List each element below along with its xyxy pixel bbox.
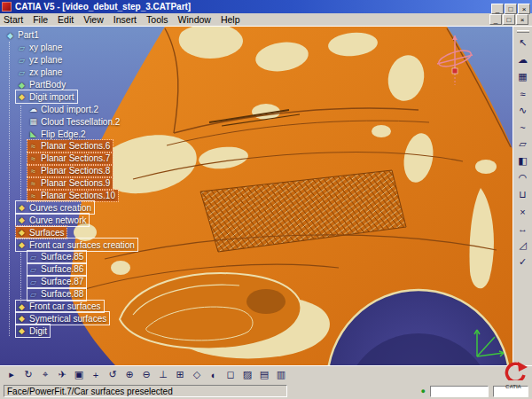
tree-item-planar-sections-6[interactable]: ≈Planar Sections.6 xyxy=(27,140,113,153)
tree-item-xy-plane[interactable]: ▱xy plane xyxy=(16,42,65,54)
fly-mode-icon[interactable]: ✈ xyxy=(54,367,70,382)
tree-item-surfaces[interactable]: ◆Surfaces xyxy=(16,226,66,239)
fit-all-icon[interactable]: ▣ xyxy=(71,367,87,382)
planar-sections-icon: ≈ xyxy=(28,142,38,151)
doc-close-button[interactable]: × xyxy=(516,14,528,25)
swap-space-icon[interactable]: ▤ xyxy=(256,367,272,382)
minimize-button[interactable]: _ xyxy=(491,4,504,14)
tree-item-zx-plane[interactable]: ▱zx plane xyxy=(16,66,65,79)
menu-item-help[interactable]: Help xyxy=(221,14,240,25)
tree-item-label: Symetrical surfaces xyxy=(29,314,106,324)
macro-icon[interactable]: ▸ xyxy=(4,367,20,382)
rotate-icon[interactable]: ↺ xyxy=(105,367,121,382)
cloud-import-icon[interactable]: ☁ xyxy=(515,52,531,67)
tree-item-label: Front car surfaces creation xyxy=(29,240,135,250)
catia-logo-mark xyxy=(497,361,529,380)
zoom-in-icon[interactable]: ⊕ xyxy=(121,367,137,382)
properties-icon[interactable]: ▥ xyxy=(273,367,289,382)
boundary-icon[interactable]: ◿ xyxy=(515,238,531,253)
tree-connector xyxy=(20,106,21,201)
compass[interactable] xyxy=(434,32,475,89)
tree-item-label: Surfaces xyxy=(29,228,64,238)
catia-logo-text: CATIA xyxy=(497,384,529,389)
session-status-icon: ● xyxy=(421,387,426,395)
zoom-out-icon[interactable]: ⊖ xyxy=(138,367,154,382)
tree-item-digit-import[interactable]: ◆Digit import xyxy=(16,90,77,103)
analysis-icon[interactable]: ✓ xyxy=(515,254,531,270)
maximize-button[interactable]: □ xyxy=(505,4,517,14)
tree-item-label: Planar Sections.7 xyxy=(41,153,110,163)
open-body-icon: ◆ xyxy=(17,92,27,101)
menu-item-start[interactable]: Start xyxy=(4,14,23,25)
menu-item-window[interactable]: Window xyxy=(178,14,211,25)
select-arrow-icon[interactable]: ↖ xyxy=(515,35,531,51)
bottom-toolbar: ▸↻⌖✈▣+↺⊕⊖⊥⊞◇◐◻▨▤▥ xyxy=(0,365,532,383)
menu-item-view[interactable]: View xyxy=(83,14,104,25)
spline-icon[interactable]: ~ xyxy=(515,120,531,135)
menu-item-edit[interactable]: Edit xyxy=(58,14,74,25)
split-icon[interactable]: × xyxy=(515,204,531,219)
menu-item-file[interactable]: File xyxy=(33,14,48,25)
axis-system-icon[interactable]: ⌖ xyxy=(37,367,53,382)
tree-item-surface-85[interactable]: ▱Surface.85 xyxy=(27,251,86,263)
viewport-3d[interactable]: ◆Part1▱xy plane▱yz plane▱zx plane◆PartBo… xyxy=(0,27,512,365)
planar-sections-icon[interactable]: ≈ xyxy=(515,86,531,101)
doc-restore-button[interactable]: □ xyxy=(503,14,515,25)
tree-item-yz-plane[interactable]: ▱yz plane xyxy=(16,54,65,66)
tree-item-cloud-tessellation-2[interactable]: ▦Cloud Tessellation.2 xyxy=(27,115,122,128)
close-button[interactable]: × xyxy=(518,4,530,14)
pan-icon[interactable]: + xyxy=(88,367,104,382)
flip-edge-icon: ◣ xyxy=(28,129,38,138)
tree-item-label: xy plane xyxy=(29,43,62,52)
tree-item-label: Surface.85 xyxy=(41,252,83,262)
status-bar: Face/PowerFit.7/Car surfaces preselected… xyxy=(0,383,532,399)
tree-item-part1[interactable]: ◆Part1 xyxy=(4,29,42,42)
update-icon[interactable]: ↻ xyxy=(20,367,36,382)
right-toolbar: ↖☁▦≈∿~▱◧◠⊔×↔◿✓ xyxy=(512,27,532,365)
menu-items: StartFileEditViewInsertToolsWindowHelp xyxy=(4,14,250,25)
shading-icon[interactable]: ◐ xyxy=(206,367,222,382)
iso-view-icon[interactable]: ◇ xyxy=(189,367,205,382)
tree-item-symetrical-surfaces[interactable]: ◆Symetrical surfaces xyxy=(16,312,109,325)
hide-show-icon[interactable]: ▨ xyxy=(239,367,255,382)
tree-item-label: PartBody xyxy=(29,80,66,90)
tree-item-surface-86[interactable]: ▱Surface.86 xyxy=(27,263,86,276)
tree-item-curves-creation[interactable]: ◆Curves creation xyxy=(16,201,94,214)
tree-item-digit[interactable]: ◆Digit xyxy=(16,325,50,337)
loft-icon[interactable]: ◧ xyxy=(515,153,531,168)
menu-item-insert[interactable]: Insert xyxy=(113,14,137,25)
tree-item-front-car-surfaces-creation[interactable]: ◆Front car surfaces creation xyxy=(16,239,137,251)
tree-item-planar-sections-10[interactable]: ≈Planar Sections.10 xyxy=(27,190,118,202)
quick-view-icon[interactable]: ⊞ xyxy=(172,367,188,382)
sweep-icon[interactable]: ◠ xyxy=(515,170,531,185)
tree-item-cloud-import-2[interactable]: ☁Cloud import.2 xyxy=(27,103,101,115)
tree-item-flip-edge-2[interactable]: ◣Flip Edge.2 xyxy=(27,128,89,140)
power-input-field[interactable] xyxy=(430,386,489,397)
wireframe-icon[interactable]: ◻ xyxy=(223,367,239,382)
surface-icon: ▱ xyxy=(28,278,38,286)
symmetry-icon[interactable]: ↔ xyxy=(515,221,531,236)
title-bar: CATIA V5 - [video_debut_step_3.CATPart] … xyxy=(0,0,532,13)
planar-sections-icon: ≈ xyxy=(28,192,38,200)
tree-item-front-car-surfaces[interactable]: ◆Front car surfaces xyxy=(16,301,104,313)
tree-item-partbody[interactable]: ◆PartBody xyxy=(16,79,68,91)
part-icon: ◆ xyxy=(5,31,15,40)
tree-item-planar-sections-8[interactable]: ≈Planar Sections.8 xyxy=(27,165,113,177)
menu-item-tools[interactable]: Tools xyxy=(146,14,168,25)
normal-view-icon[interactable]: ⊥ xyxy=(155,367,171,382)
mesh-creation-icon[interactable]: ▦ xyxy=(515,69,531,84)
surface-fill-icon[interactable]: ▱ xyxy=(515,137,531,152)
tree-item-label: Digit xyxy=(29,326,47,336)
doc-minimize-button[interactable]: _ xyxy=(489,14,502,25)
tree-item-surface-88[interactable]: ▱Surface.88 xyxy=(27,288,86,301)
curve-from-scan-icon[interactable]: ∿ xyxy=(515,103,531,118)
tree-item-curve-network[interactable]: ◆Curve network xyxy=(16,214,89,226)
join-icon[interactable]: ⊔ xyxy=(515,187,531,202)
tree-item-label: Curve network xyxy=(29,215,86,225)
tree-item-planar-sections-7[interactable]: ≈Planar Sections.7 xyxy=(27,153,113,165)
tree-item-planar-sections-9[interactable]: ≈Planar Sections.9 xyxy=(27,177,113,190)
tree-connector xyxy=(9,42,10,336)
toolbar-grip[interactable] xyxy=(517,30,529,33)
tree-item-surface-87[interactable]: ▱Surface.87 xyxy=(27,276,86,288)
open-body-icon: ◆ xyxy=(17,326,27,335)
